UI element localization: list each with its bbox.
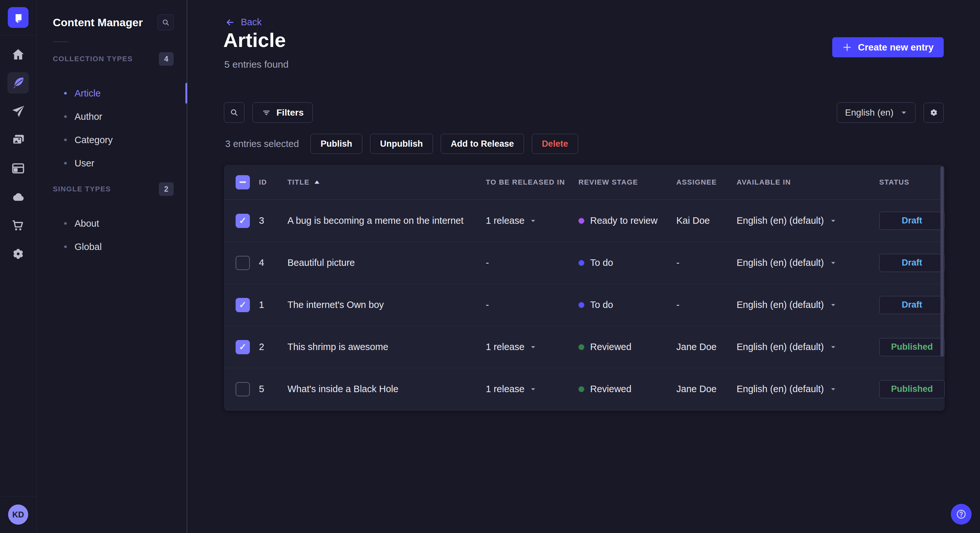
unpublish-button[interactable]: Unpublish [370, 134, 433, 154]
sidebar-item-global[interactable]: Global [37, 235, 187, 259]
sidebar-item-article[interactable]: Article [37, 82, 187, 105]
marketplace-cart-icon[interactable] [8, 215, 29, 236]
row-available-in[interactable]: English (en) (default) [737, 300, 879, 310]
table-search-button[interactable] [224, 102, 244, 123]
single-types-count-badge: 2 [159, 182, 174, 196]
sidebar-item-label: Category [75, 135, 113, 145]
row-assignee: Jane Doe [676, 342, 737, 352]
row-release[interactable]: - [486, 257, 579, 268]
add-to-release-button[interactable]: Add to Release [441, 134, 524, 154]
row-checkbox[interactable] [235, 214, 250, 228]
column-header-review-stage[interactable]: REVIEW STAGE [579, 178, 676, 187]
back-link[interactable]: Back [225, 17, 261, 27]
stage-dot [579, 344, 584, 350]
row-assignee: Kai Doe [676, 215, 737, 226]
stage-dot [579, 218, 584, 224]
column-header-id[interactable]: ID [259, 178, 288, 187]
deploy-cloud-icon[interactable] [8, 186, 29, 208]
row-available-in[interactable]: English (en) (default) [737, 342, 879, 352]
delete-button[interactable]: Delete [532, 134, 578, 154]
chevron-down-icon [830, 219, 836, 223]
collection-types-count-badge: 4 [159, 52, 174, 66]
row-review-stage: To do [579, 257, 676, 268]
search-icon [229, 108, 239, 117]
strapi-logo-icon [12, 11, 24, 24]
media-library-icon[interactable] [8, 129, 29, 151]
content-type-builder-icon[interactable] [8, 158, 29, 179]
main-content: Back Article 5 entries found Create new … [188, 0, 980, 533]
bullet-icon [64, 162, 67, 165]
column-header-title[interactable]: TITLE [288, 178, 486, 187]
row-available-in[interactable]: English (en) (default) [737, 384, 879, 394]
sort-ascending-icon [313, 179, 320, 185]
chevron-down-icon [530, 387, 536, 392]
row-review-stage: Reviewed [579, 342, 676, 352]
single-types-section: SINGLE TYPES 2 About Global [37, 182, 187, 259]
filters-button[interactable]: Filters [253, 102, 313, 123]
table-row[interactable]: 1 The internet's Own boy - To do - Engli… [224, 284, 945, 326]
sidebar-item-about[interactable]: About [37, 212, 187, 235]
table-row[interactable]: 5 What's inside a Black Hole 1 release R… [224, 368, 945, 410]
row-id: 1 [259, 300, 288, 310]
user-avatar[interactable]: KD [8, 504, 28, 525]
create-new-entry-button[interactable]: Create new entry [832, 37, 944, 57]
locale-select[interactable]: English (en) [837, 102, 915, 123]
bullet-icon [64, 246, 67, 248]
row-checkbox[interactable] [235, 340, 250, 354]
home-icon[interactable] [8, 44, 29, 65]
chevron-down-icon [830, 303, 836, 307]
back-label: Back [241, 17, 261, 27]
bullet-icon [64, 139, 67, 141]
chevron-down-icon [900, 110, 907, 115]
column-header-available-in[interactable]: AVAILABLE IN [737, 178, 879, 187]
table-row[interactable]: 4 Beautiful picture - To do - English (e… [224, 242, 945, 284]
content-manager-icon[interactable] [8, 72, 29, 94]
row-assignee: Jane Doe [676, 384, 737, 394]
select-all-checkbox[interactable] [235, 175, 250, 189]
row-release[interactable]: - [486, 300, 579, 310]
row-title: The internet's Own boy [288, 300, 486, 310]
sidebar-item-label: Global [75, 241, 102, 252]
stage-dot [579, 302, 584, 308]
help-button[interactable] [951, 504, 972, 525]
sidebar-item-label: Author [75, 111, 102, 122]
single-types-label: SINGLE TYPES [53, 185, 111, 194]
chevron-down-icon [530, 345, 536, 349]
settings-gear-icon[interactable] [8, 243, 29, 265]
row-available-in[interactable]: English (en) (default) [737, 215, 879, 226]
row-checkbox[interactable] [235, 256, 250, 270]
table-scrollbar[interactable] [940, 167, 944, 357]
view-settings-button[interactable] [924, 103, 944, 123]
sidebar-search-button[interactable] [158, 14, 174, 30]
sidebar-item-category[interactable]: Category [37, 128, 187, 152]
stage-dot [579, 260, 584, 266]
sidebar-divider [53, 41, 68, 42]
row-checkbox[interactable] [235, 382, 250, 397]
row-title: A bug is becoming a meme on the internet [288, 215, 486, 226]
table-row[interactable]: 3 A bug is becoming a meme on the intern… [224, 200, 945, 242]
row-id: 4 [259, 257, 288, 268]
bullet-icon [64, 92, 67, 95]
strapi-logo[interactable] [8, 7, 29, 28]
column-header-to-be-released-in[interactable]: TO BE RELEASED IN [486, 178, 579, 187]
sidebar-item-author[interactable]: Author [37, 105, 187, 128]
row-review-stage: Reviewed [579, 384, 676, 394]
chevron-down-icon [830, 345, 836, 349]
table-row[interactable]: 2 This shrimp is awesome 1 release Revie… [224, 326, 945, 368]
column-header-status[interactable]: STATUS [879, 178, 945, 187]
row-release[interactable]: 1 release [486, 342, 579, 352]
active-indicator-bar [185, 83, 187, 104]
row-available-in[interactable]: English (en) (default) [737, 257, 879, 268]
column-header-assignee[interactable]: ASSIGNEE [676, 178, 737, 187]
rail-divider [0, 35, 36, 35]
row-release[interactable]: 1 release [486, 215, 579, 226]
publish-button[interactable]: Publish [310, 134, 362, 154]
rail-nav [8, 44, 29, 265]
releases-icon[interactable] [8, 101, 29, 122]
status-badge: Draft [879, 296, 945, 314]
content-manager-sidebar: Content Manager COLLECTION TYPES 4 Artic… [37, 0, 187, 533]
row-checkbox[interactable] [235, 298, 250, 312]
filters-label: Filters [277, 108, 304, 118]
sidebar-item-user[interactable]: User [37, 152, 187, 175]
row-release[interactable]: 1 release [486, 384, 579, 394]
